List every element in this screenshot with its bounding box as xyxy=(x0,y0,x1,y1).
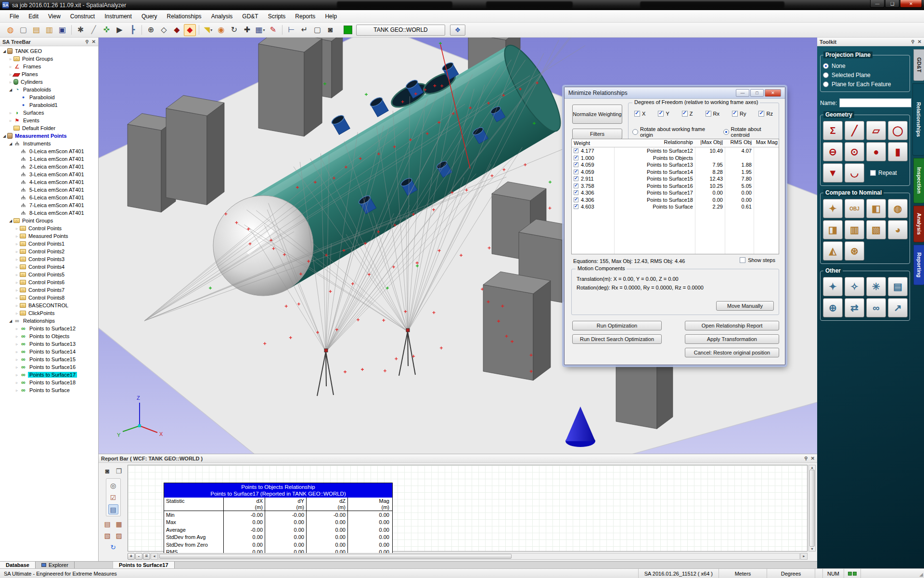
fit-line-button[interactable]: ╱ xyxy=(845,121,864,140)
tree-expander-icon[interactable]: ▹ xyxy=(14,257,20,262)
link-groups-button[interactable]: ∞ xyxy=(866,298,886,317)
fit-slot-button[interactable]: ⊖ xyxy=(823,142,843,161)
checkbox-icon[interactable] xyxy=(574,197,578,202)
best-fit-button[interactable]: ✧ xyxy=(845,277,864,296)
checkbox-icon[interactable] xyxy=(634,111,640,117)
dialog-minimize-button[interactable]: — xyxy=(736,89,749,97)
checkbox-icon[interactable] xyxy=(574,184,578,188)
view-direction-button[interactable]: ◥▾ xyxy=(202,24,214,36)
cancel-restore-button[interactable]: Cancel: Restore original position xyxy=(685,348,779,357)
tree-expander-icon[interactable]: ◢ xyxy=(8,319,13,323)
dialog-maximize-button[interactable]: □ xyxy=(750,89,764,97)
tree-item-control-points7[interactable]: ▹Control Points7 xyxy=(0,286,98,294)
tree-item-points-to-surface12[interactable]: ▹Points to Surface12 xyxy=(0,325,98,332)
dof-check-ry[interactable]: Ry xyxy=(732,111,746,117)
tree-item-7-leica-emscon-at401[interactable]: 7-Leica emScon AT401 xyxy=(0,201,98,209)
tree-item-4-leica-emscon-at401[interactable]: 4-Leica emScon AT401 xyxy=(0,178,98,186)
active-color-swatch[interactable] xyxy=(344,26,352,34)
checkbox-icon[interactable] xyxy=(740,257,745,263)
tree-expander-icon[interactable]: ▹ xyxy=(14,273,20,277)
tree-item-points-to-objects[interactable]: ▹Points to Objects xyxy=(0,332,98,340)
menu-item-construct[interactable]: Construct xyxy=(65,11,100,22)
tree-item-paraboloids[interactable]: ◢Paraboloids xyxy=(0,86,98,93)
fit-points-button[interactable]: Σ xyxy=(823,121,843,140)
menu-item-query[interactable]: Query xyxy=(137,11,162,22)
minimize-button[interactable]: — xyxy=(870,0,885,8)
close-button[interactable]: ✕ xyxy=(900,0,922,8)
dof-check-rx[interactable]: Rx xyxy=(706,111,719,117)
tree-item-points-to-surface[interactable]: ▹Points to Surface xyxy=(0,386,98,394)
tree-expander-icon[interactable]: ▹ xyxy=(14,303,20,308)
tree-expander-icon[interactable]: ▹ xyxy=(14,250,20,254)
tree-expander-icon[interactable]: ▹ xyxy=(14,242,20,246)
pin-icon[interactable]: ⚲ xyxy=(804,456,808,461)
tree-expander-icon[interactable]: ▹ xyxy=(14,280,20,285)
radio-icon[interactable] xyxy=(823,63,829,69)
dof-check-x[interactable]: X xyxy=(634,111,645,117)
tree-expander-icon[interactable]: ▹ xyxy=(8,57,13,61)
tree-expander-icon[interactable]: ▹ xyxy=(14,350,20,354)
checkbox-icon[interactable] xyxy=(574,156,578,160)
scrollbar-thumb[interactable] xyxy=(809,470,815,547)
fit-cone-button[interactable]: ▼ xyxy=(823,163,843,183)
checkbox-icon[interactable] xyxy=(574,176,578,181)
surface-to-nominal-button[interactable]: ◧ xyxy=(866,199,886,218)
fit-to-object-button[interactable]: OBJ xyxy=(845,199,864,218)
tree-item-points-to-surface17[interactable]: ▹Points to Surface17 xyxy=(0,371,98,379)
help-ring-button[interactable]: ◍ xyxy=(4,24,16,36)
radio-icon[interactable] xyxy=(823,72,829,78)
status-units[interactable]: Meters xyxy=(719,569,767,578)
report-button[interactable]: ▤ xyxy=(103,519,113,529)
tree-item-2-leica-emscon-at401[interactable]: 2-Leica emScon AT401 xyxy=(0,163,98,171)
tree-item-instruments[interactable]: ◢Instruments xyxy=(0,140,98,147)
cleanup-brush-button[interactable]: ✎ xyxy=(267,24,279,36)
maximize-button[interactable]: ❑ xyxy=(885,0,899,8)
slot-to-nominal-button[interactable]: ◨ xyxy=(823,220,843,239)
tree-expander-icon[interactable]: ▹ xyxy=(14,373,20,377)
status-angle-units[interactable]: Degrees xyxy=(767,569,815,578)
tree-item-paraboloid[interactable]: Paraboloid xyxy=(0,93,98,101)
render-palette-button[interactable]: ◉ xyxy=(215,24,227,36)
checkbox-icon[interactable] xyxy=(870,170,876,176)
side-tab-analysis[interactable]: Analysis xyxy=(913,206,924,242)
repeat-checkbox[interactable]: Repeat xyxy=(870,163,897,183)
projection-option-none[interactable]: None xyxy=(823,61,908,70)
radio-icon[interactable] xyxy=(723,129,729,135)
trans-track-button[interactable]: ✳ xyxy=(866,277,886,296)
copy-button[interactable]: ❐ xyxy=(114,466,124,476)
view-solid-button[interactable]: ◆ xyxy=(184,24,196,36)
tree-expander-icon[interactable]: ◢ xyxy=(1,134,7,138)
quick-align-button[interactable]: ✦ xyxy=(823,277,843,296)
window-titlebar[interactable]: SA sa job 2016.01.26 11.09.xit - Spatial… xyxy=(0,0,924,10)
inspect-button[interactable]: ◎ xyxy=(108,480,118,490)
tree-item-measured-points[interactable]: ▹Measured Points xyxy=(0,232,98,240)
report-vertical-scrollbar[interactable]: ▲ ▼ xyxy=(808,465,816,552)
tree-item-5-leica-emscon-at401[interactable]: 5-Leica emScon AT401 xyxy=(0,186,98,194)
dof-check-rz[interactable]: Rz xyxy=(758,111,772,117)
wrench-button[interactable]: ╱ xyxy=(88,24,100,36)
cloud-ops-button[interactable]: ⊕ xyxy=(823,298,843,317)
tree-expander-icon[interactable]: ▹ xyxy=(14,334,20,339)
tree-item-paraboloid1[interactable]: Paraboloid1 xyxy=(0,101,98,109)
tree-expander-icon[interactable]: ▹ xyxy=(14,226,20,231)
tree-expander-icon[interactable]: ◢ xyxy=(1,49,7,53)
plane-to-nominal-button[interactable]: ▧ xyxy=(866,220,886,239)
tree-expander-icon[interactable]: ▹ xyxy=(14,381,20,385)
tree-expander-icon[interactable]: ▹ xyxy=(14,342,20,346)
scroll-right-icon[interactable]: ► xyxy=(800,553,808,560)
tree-item-control-points4[interactable]: ▹Control Points4 xyxy=(0,263,98,271)
report-new-button[interactable]: ▨ xyxy=(114,530,124,540)
tree-expander-icon[interactable]: ▹ xyxy=(14,327,20,331)
tree-expander-icon[interactable]: ▹ xyxy=(14,311,20,315)
tree-item-control-points3[interactable]: ▹Control Points3 xyxy=(0,255,98,263)
radio-icon[interactable] xyxy=(823,81,829,87)
run-script-button[interactable]: ▶ xyxy=(114,24,126,36)
checkbox-icon[interactable] xyxy=(706,111,711,117)
tree-item-control-points2[interactable]: ▹Control Points2 xyxy=(0,248,98,255)
resize-grip[interactable]: ◢ xyxy=(919,572,923,577)
dropdown-caret-icon[interactable]: ▾ xyxy=(263,28,265,32)
dof-check-y[interactable]: Y xyxy=(658,111,669,117)
menu-item-edit[interactable]: Edit xyxy=(24,11,43,22)
tab-points-to-surface17[interactable]: Points to Surface17 xyxy=(113,562,175,568)
tree-expander-icon[interactable]: ▹ xyxy=(14,288,20,292)
